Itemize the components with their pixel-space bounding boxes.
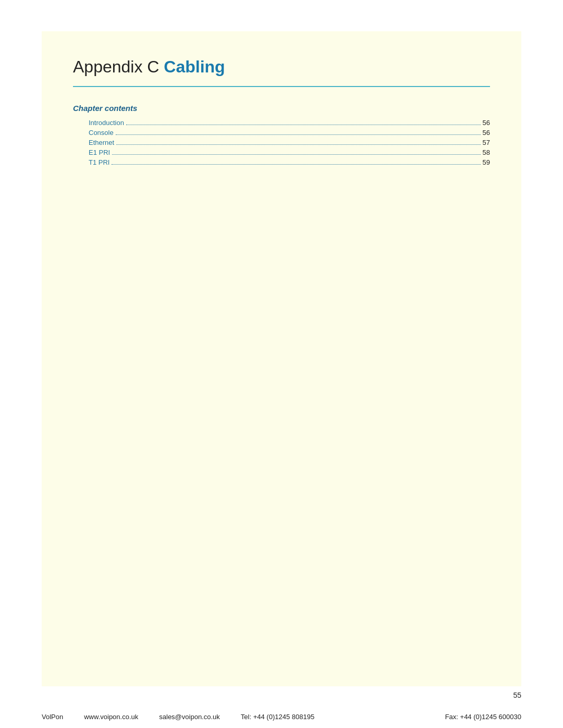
footer-brand: VolPon xyxy=(42,713,63,721)
toc-link-introduction[interactable]: Introduction xyxy=(89,119,124,127)
content-area: Appendix C Cabling Chapter contents Intr… xyxy=(42,31,521,686)
toc-dots xyxy=(126,125,481,125)
toc-link-t1pri[interactable]: T1 PRI xyxy=(89,158,109,166)
toc-link-console[interactable]: Console xyxy=(89,129,114,137)
toc-link-e1pri[interactable]: E1 PRI xyxy=(89,149,110,156)
chapter-title: Appendix C Cabling xyxy=(73,57,490,77)
footer: VolPon www.voipon.co.uk sales@voipon.co.… xyxy=(0,706,563,728)
appendix-prefix: Appendix C xyxy=(73,57,164,76)
page-number: 55 xyxy=(513,691,521,699)
toc-container: Introduction 56 Console 56 Ethernet 57 E… xyxy=(73,119,490,166)
title-underline xyxy=(73,86,490,87)
toc-dots xyxy=(116,144,480,145)
toc-dots xyxy=(112,154,480,155)
footer-fax: Fax: +44 (0)1245 600030 xyxy=(445,713,521,721)
toc-link-ethernet[interactable]: Ethernet xyxy=(89,139,114,146)
toc-page-console: 56 xyxy=(483,129,490,137)
toc-row: T1 PRI 59 xyxy=(73,158,490,166)
toc-page-e1pri: 58 xyxy=(483,149,490,156)
chapter-contents-label: Chapter contents xyxy=(73,104,490,113)
footer-email: sales@voipon.co.uk xyxy=(159,713,220,721)
toc-page-ethernet: 57 xyxy=(483,139,490,146)
toc-dots xyxy=(116,134,481,135)
page: Appendix C Cabling Chapter contents Intr… xyxy=(0,0,563,728)
toc-row: E1 PRI 58 xyxy=(73,149,490,156)
footer-website: www.voipon.co.uk xyxy=(84,713,138,721)
toc-row: Console 56 xyxy=(73,129,490,137)
toc-page-introduction: 56 xyxy=(483,119,490,127)
toc-row: Ethernet 57 xyxy=(73,139,490,146)
footer-fax-text: Fax: +44 (0)1245 600030 xyxy=(445,713,521,721)
toc-row: Introduction 56 xyxy=(73,119,490,127)
toc-page-t1pri: 59 xyxy=(483,158,490,166)
toc-dots xyxy=(112,164,480,165)
appendix-title: Cabling xyxy=(164,57,225,76)
footer-left: VolPon www.voipon.co.uk sales@voipon.co.… xyxy=(42,713,314,721)
footer-tel: Tel: +44 (0)1245 808195 xyxy=(241,713,314,721)
